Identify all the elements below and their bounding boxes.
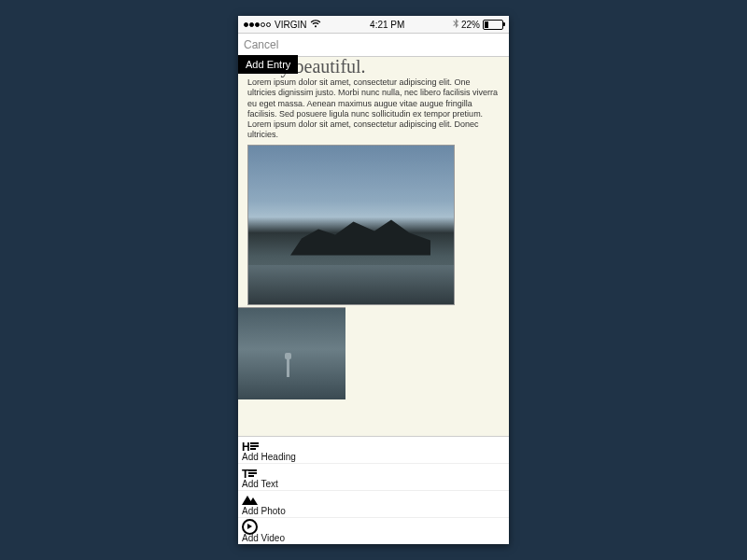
status-bar: VIRGIN 4:21 PM 22%: [238, 16, 509, 33]
entry-body-text[interactable]: Lorem ipsum dolor sit amet, consectetur …: [247, 77, 500, 141]
photo-icon: [242, 492, 505, 505]
entry-content[interactable]: really beautiful. Lorem ipsum dolor sit …: [238, 57, 509, 436]
clock: 4:21 PM: [370, 20, 404, 30]
status-right: 22%: [453, 19, 503, 30]
add-heading-label: Add Heading: [242, 451, 505, 463]
video-icon: [242, 519, 505, 532]
carrier-label: VIRGIN: [275, 20, 306, 30]
battery-label: 22%: [461, 20, 480, 30]
add-video-button[interactable]: Add Video: [238, 518, 509, 544]
heading-icon: H: [242, 438, 505, 451]
entry-photo-2[interactable]: [238, 307, 345, 399]
cancel-button[interactable]: Cancel: [244, 38, 278, 51]
add-video-label: Add Video: [242, 532, 505, 544]
phone-frame: VIRGIN 4:21 PM 22% Cancel Add Entry real…: [238, 16, 509, 544]
entry-photo-1[interactable]: [247, 145, 455, 305]
status-left: VIRGIN: [244, 20, 321, 30]
battery-icon: [483, 20, 503, 30]
nav-bar: Cancel: [238, 33, 509, 57]
add-toolbar: H Add Heading T Add Text Add Photo Add V…: [238, 436, 509, 544]
add-entry-tooltip: Add Entry: [238, 55, 298, 74]
wifi-icon: [310, 20, 321, 30]
text-icon: T: [242, 465, 505, 478]
add-text-label: Add Text: [242, 478, 505, 490]
bluetooth-icon: [453, 19, 458, 30]
signal-dots-icon: [244, 22, 271, 27]
add-photo-button[interactable]: Add Photo: [238, 491, 509, 518]
add-heading-button[interactable]: H Add Heading: [238, 437, 509, 464]
add-photo-label: Add Photo: [242, 505, 505, 517]
add-text-button[interactable]: T Add Text: [238, 464, 509, 491]
